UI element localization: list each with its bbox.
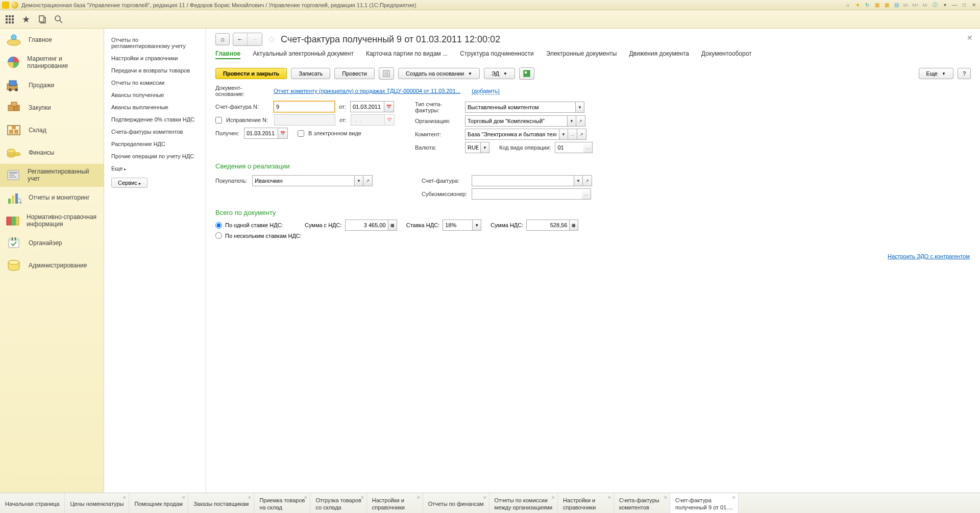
window-tab[interactable]: ✕Настройки исправочники: [367, 493, 423, 513]
calculator-icon[interactable]: ▦: [388, 219, 397, 231]
maximize-icon[interactable]: □: [960, 1, 968, 9]
dropdown-icon[interactable]: ▼: [472, 219, 481, 231]
open-icon[interactable]: ↗: [576, 115, 585, 127]
titlebar-tool-icon[interactable]: ⌂: [844, 1, 852, 9]
submenu-item[interactable]: Распределение НДС: [104, 138, 206, 150]
received-date-input[interactable]: [244, 128, 278, 139]
tab-close-icon[interactable]: ✕: [416, 495, 421, 501]
open-icon[interactable]: ↗: [583, 175, 592, 186]
op-code-input[interactable]: [555, 142, 583, 153]
sidebar-item-reports[interactable]: Отчеты и мониторинг: [0, 187, 104, 209]
window-tab[interactable]: ✕Отгрузка товаровсо склада: [310, 493, 366, 513]
tab-close-icon[interactable]: ✕: [607, 495, 611, 501]
close-form-icon[interactable]: ✕: [967, 34, 973, 42]
report-icon-button[interactable]: [519, 67, 534, 80]
window-tab[interactable]: ✕Заказы поставщикам: [188, 493, 254, 513]
apps-grid-icon[interactable]: [5, 15, 14, 24]
sidebar-item-regulated[interactable]: Регламентированный учет: [0, 164, 104, 187]
tab-movements[interactable]: Движения документа: [629, 50, 689, 59]
sidebar-item-sales[interactable]: Продажи: [0, 74, 104, 96]
dropdown-icon[interactable]: ▼: [574, 175, 583, 186]
tab-close-icon[interactable]: ✕: [551, 495, 555, 501]
window-tab-active[interactable]: ✕Счет-фактураполученный 9 от 01....: [670, 493, 738, 513]
tab-close-icon[interactable]: ✕: [483, 495, 487, 501]
edo-setup-link[interactable]: Настроить ЭДО с контрагентом: [888, 253, 970, 259]
multi-rate-radio[interactable]: [215, 232, 222, 239]
tab-workflow[interactable]: Документооборот: [701, 50, 752, 59]
titlebar-box1-icon[interactable]: ▦: [873, 1, 881, 9]
correction-checkbox[interactable]: [215, 117, 222, 124]
dropdown-icon[interactable]: ▼: [480, 142, 489, 153]
help-button[interactable]: ?: [958, 68, 971, 79]
minimize-icon[interactable]: —: [950, 1, 959, 9]
post-and-close-button[interactable]: Провести и закрыть: [215, 68, 287, 79]
sidebar-item-finance[interactable]: Финансы: [0, 141, 104, 164]
submenu-item[interactable]: Авансы выплаченные: [104, 101, 206, 113]
submenu-item[interactable]: Отчеты по комиссии: [104, 77, 206, 89]
submenu-item[interactable]: Настройки и справочники: [104, 52, 206, 64]
sidebar-item-admin[interactable]: Администрирование: [0, 254, 104, 277]
favorite-star-icon[interactable]: ☆: [267, 34, 276, 45]
save-button[interactable]: Записать: [291, 68, 330, 79]
sidebar-item-warehouse[interactable]: Склад: [0, 119, 104, 141]
more-button[interactable]: Еще▼: [919, 68, 953, 79]
sf-number-input[interactable]: [274, 101, 335, 112]
tab-close-icon[interactable]: ✕: [732, 495, 736, 501]
titlebar-dropdown-icon[interactable]: ▾: [941, 1, 949, 9]
sidebar-item-purchases[interactable]: Закупки: [0, 96, 104, 119]
open-icon[interactable]: ↗: [363, 175, 373, 186]
select-icon[interactable]: …: [583, 142, 593, 153]
titlebar-calc-icon[interactable]: ▤: [892, 1, 900, 9]
buyer-select[interactable]: [252, 175, 354, 186]
dropdown-icon[interactable]: ▼: [354, 175, 363, 186]
window-tab[interactable]: Начальная страница: [0, 493, 65, 513]
sf-date-input[interactable]: [350, 101, 384, 112]
add-basis-link[interactable]: (добавить): [472, 88, 500, 94]
vat-rate-select[interactable]: [443, 219, 472, 231]
forward-button[interactable]: →: [248, 33, 262, 45]
post-button[interactable]: Провести: [334, 68, 375, 79]
sf-ref-select[interactable]: [472, 175, 574, 186]
sf-type-select[interactable]: [465, 102, 575, 113]
submenu-item[interactable]: Счета-фактуры комитентов: [104, 126, 206, 138]
ed-button[interactable]: ЭД▼: [484, 68, 515, 79]
window-tab[interactable]: ✕Отчеты по комиссиимежду организациями: [489, 493, 558, 513]
submenu-item[interactable]: Авансы полученные: [104, 89, 206, 101]
titlebar-m-plus-icon[interactable]: M+: [912, 1, 920, 9]
open-icon[interactable]: ↗: [577, 129, 586, 140]
window-tab[interactable]: ✕Отчеты по финансам: [423, 493, 489, 513]
tab-close-icon[interactable]: ✕: [304, 495, 308, 501]
sidebar-item-main[interactable]: Главное: [0, 29, 104, 51]
back-button[interactable]: ←: [233, 33, 248, 45]
submenu-item[interactable]: Передачи и возвраты товаров: [104, 64, 206, 77]
basis-document-link[interactable]: Отчет комитенту (принципалу) о продажах …: [274, 88, 460, 94]
home-button[interactable]: ⌂: [215, 33, 230, 45]
electronic-checkbox[interactable]: [298, 130, 304, 137]
titlebar-info-icon[interactable]: ⓘ: [931, 1, 939, 9]
vat-sum-input[interactable]: [526, 219, 569, 231]
window-tab[interactable]: ✕Помощник продаж: [129, 493, 188, 513]
titlebar-m-minus-icon[interactable]: M-: [902, 1, 910, 9]
favorites-star-icon[interactable]: ★: [21, 15, 31, 24]
calculator-icon[interactable]: ▦: [569, 219, 578, 231]
sum-with-vat-input[interactable]: [345, 219, 388, 231]
create-based-button[interactable]: Создать на основании▼: [398, 68, 480, 79]
window-tab[interactable]: ✕Счета-фактурыкомитентов: [614, 493, 670, 513]
submenu-more[interactable]: Еще ▸: [104, 162, 206, 175]
titlebar-star-icon[interactable]: ★: [853, 1, 862, 9]
sidebar-item-nsi[interactable]: Нормативно-справочная информация: [0, 209, 104, 232]
tab-close-icon[interactable]: ✕: [182, 495, 186, 501]
titlebar-m-reset-icon[interactable]: M-: [921, 1, 929, 9]
tab-close-icon[interactable]: ✕: [360, 495, 364, 501]
titlebar-box2-icon[interactable]: ▦: [883, 1, 891, 9]
dropdown-icon[interactable]: ▼: [575, 102, 584, 113]
tab-close-icon[interactable]: ✕: [664, 495, 668, 501]
tab-close-icon[interactable]: ✕: [248, 495, 252, 501]
tab-party-card[interactable]: Карточка партии по видам ...: [366, 50, 448, 59]
sub-select[interactable]: [472, 188, 582, 200]
sidebar-item-organizer[interactable]: Органайзер: [0, 232, 104, 254]
submenu-item[interactable]: Прочие операции по учету НДС: [104, 150, 206, 162]
tab-structure[interactable]: Структура подчиненности: [460, 50, 534, 59]
structure-icon-button[interactable]: [379, 67, 394, 80]
komitent-select[interactable]: [465, 129, 559, 140]
